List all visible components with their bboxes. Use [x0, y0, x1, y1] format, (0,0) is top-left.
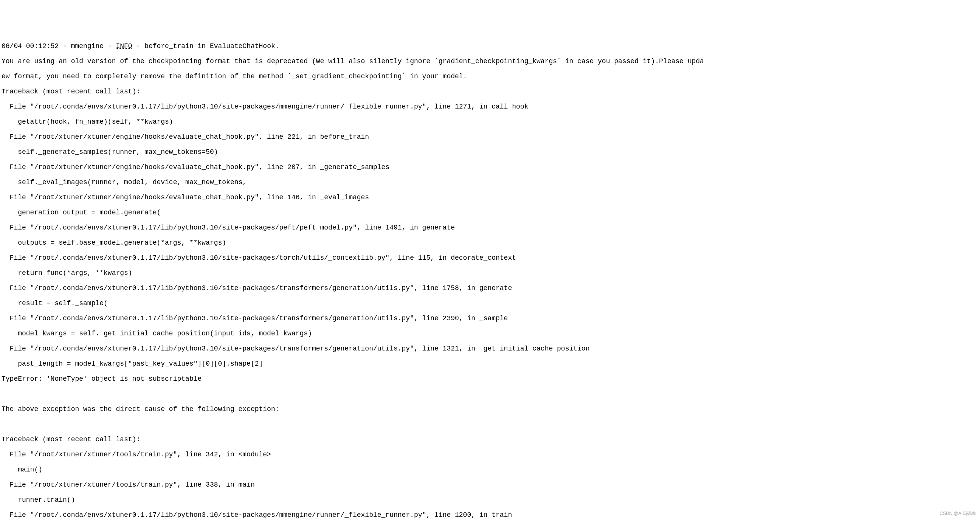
traceback-line: result = self._sample(: [2, 300, 978, 307]
traceback-line: File "/root/xtuner/xtuner/tools/train.py…: [2, 451, 978, 458]
traceback-line: model_kwargs = self._get_initial_cache_p…: [2, 330, 978, 337]
traceback-line: getattr(hook, fn_name)(self, **kwargs): [2, 118, 978, 126]
log-message: before_train in EvaluateChatHook.: [145, 42, 279, 50]
traceback-line: File "/root/xtuner/xtuner/engine/hooks/e…: [2, 163, 978, 171]
traceback-line: File "/root/xtuner/xtuner/engine/hooks/e…: [2, 194, 978, 201]
traceback-line: main(): [2, 466, 978, 473]
traceback-line: File "/root/.conda/envs/xtuner0.1.17/lib…: [2, 345, 978, 352]
watermark: CSDN @AI码码鑫: [940, 510, 976, 517]
traceback-line: File "/root/xtuner/xtuner/tools/train.py…: [2, 481, 978, 489]
traceback-line: return func(*args, **kwargs): [2, 269, 978, 277]
traceback-line: File "/root/xtuner/xtuner/engine/hooks/e…: [2, 133, 978, 141]
traceback-error: TypeError: 'NoneType' object is not subs…: [2, 375, 978, 382]
traceback-line: self._generate_samples(runner, max_new_t…: [2, 148, 978, 156]
log-timestamp: 06/04 00:12:52: [2, 42, 59, 50]
traceback-line: outputs = self.base_model.generate(*args…: [2, 239, 978, 247]
terminal-output[interactable]: 06/04 00:12:52 - mmengine - INFO - befor…: [2, 35, 978, 521]
traceback-line: runner.train(): [2, 496, 978, 503]
traceback-line: File "/root/.conda/envs/xtuner0.1.17/lib…: [2, 511, 978, 519]
traceback-line: File "/root/.conda/envs/xtuner0.1.17/lib…: [2, 284, 978, 292]
traceback-line: File "/root/.conda/envs/xtuner0.1.17/lib…: [2, 315, 978, 322]
traceback-line: File "/root/.conda/envs/xtuner0.1.17/lib…: [2, 103, 978, 110]
warning-line: ew format, you need to completely remove…: [2, 73, 978, 80]
traceback-line: File "/root/.conda/envs/xtuner0.1.17/lib…: [2, 254, 978, 261]
traceback-header: Traceback (most recent call last):: [2, 88, 978, 95]
warning-line: You are using an old version of the chec…: [2, 57, 978, 65]
blank-line: [2, 390, 978, 398]
traceback-line: self._eval_images(runner, model, device,…: [2, 178, 978, 186]
log-level: INFO: [116, 42, 132, 50]
log-line: 06/04 00:12:52 - mmengine - INFO - befor…: [2, 42, 978, 50]
log-module: mmengine: [71, 42, 103, 50]
traceback-line: File "/root/.conda/envs/xtuner0.1.17/lib…: [2, 224, 978, 231]
traceback-line: past_length = model_kwargs["past_key_val…: [2, 360, 978, 368]
traceback-header: Traceback (most recent call last):: [2, 435, 978, 443]
exception-separator: The above exception was the direct cause…: [2, 405, 978, 413]
blank-line: [2, 421, 978, 428]
traceback-line: generation_output = model.generate(: [2, 209, 978, 216]
